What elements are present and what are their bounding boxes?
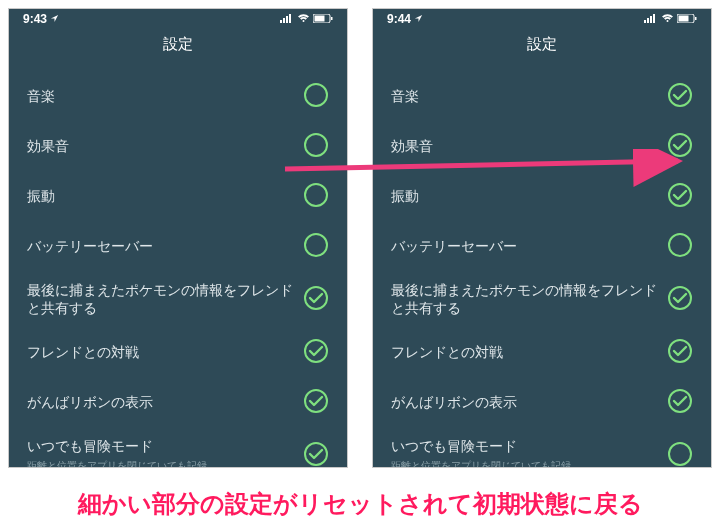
- toggle-checked-icon[interactable]: [667, 285, 693, 315]
- svg-point-24: [669, 184, 691, 206]
- settings-row[interactable]: 音楽: [391, 72, 693, 122]
- svg-point-26: [669, 287, 691, 309]
- toggle-checked-icon[interactable]: [303, 388, 329, 418]
- setting-label: 音楽: [27, 88, 293, 106]
- svg-rect-18: [653, 14, 655, 23]
- toggle-checked-icon[interactable]: [667, 388, 693, 418]
- status-time: 9:43: [23, 12, 47, 26]
- toggle-checked-icon[interactable]: [303, 441, 329, 468]
- svg-point-22: [669, 84, 691, 106]
- svg-rect-16: [647, 18, 649, 23]
- settings-row[interactable]: いつでも冒険モード距離と位置をアプリを閉じていても記録: [391, 428, 693, 468]
- setting-label: バッテリーセーバー: [27, 238, 293, 256]
- status-bar: 9:44: [373, 9, 711, 27]
- svg-point-10: [305, 234, 327, 256]
- svg-point-12: [305, 340, 327, 362]
- svg-rect-6: [331, 17, 333, 20]
- svg-point-23: [669, 134, 691, 156]
- svg-point-8: [305, 134, 327, 156]
- svg-point-25: [669, 234, 691, 256]
- svg-point-27: [669, 340, 691, 362]
- settings-row[interactable]: バッテリーセーバー: [391, 222, 693, 272]
- settings-row[interactable]: 効果音: [27, 122, 329, 172]
- wifi-icon: [661, 12, 674, 26]
- phone-screenshot-before: 9:43 設定 音楽効果音振動バッテリーセーバー最後に捕まえたポケモンの情報をフ…: [8, 8, 348, 468]
- settings-row[interactable]: バッテリーセーバー: [27, 222, 329, 272]
- toggle-checked-icon[interactable]: [667, 132, 693, 162]
- setting-label: いつでも冒険モード: [27, 438, 293, 456]
- settings-row[interactable]: 音楽: [27, 72, 329, 122]
- signal-icon: [280, 12, 294, 26]
- location-icon: [50, 12, 59, 26]
- settings-row[interactable]: フレンドとの対戦: [27, 328, 329, 378]
- svg-rect-21: [695, 17, 697, 20]
- setting-sublabel: 距離と位置をアプリを閉じていても記録: [27, 459, 293, 468]
- svg-rect-3: [289, 14, 291, 23]
- settings-row[interactable]: がんばリボンの表示: [391, 378, 693, 428]
- setting-label: 最後に捕まえたポケモンの情報をフレンドと共有する: [27, 282, 293, 318]
- location-icon: [414, 12, 423, 26]
- svg-point-7: [305, 84, 327, 106]
- setting-label: がんばリボンの表示: [391, 394, 657, 412]
- setting-label: 最後に捕まえたポケモンの情報をフレンドと共有する: [391, 282, 657, 318]
- status-bar: 9:43: [9, 9, 347, 27]
- phone-screenshot-after: 9:44 設定 音楽効果音振動バッテリーセーバー最後に捕まえたポケモンの情報をフ…: [372, 8, 712, 468]
- svg-point-9: [305, 184, 327, 206]
- settings-row[interactable]: 効果音: [391, 122, 693, 172]
- toggle-checked-icon[interactable]: [667, 182, 693, 212]
- svg-rect-15: [644, 20, 646, 23]
- toggle-checked-icon[interactable]: [667, 82, 693, 112]
- toggle-unchecked-icon[interactable]: [303, 232, 329, 262]
- settings-header: 設定: [9, 27, 347, 72]
- caption-text: 細かい部分の設定がリセットされて初期状態に戻る: [0, 488, 720, 520]
- settings-row[interactable]: 最後に捕まえたポケモンの情報をフレンドと共有する: [27, 272, 329, 328]
- setting-label: 音楽: [391, 88, 657, 106]
- setting-label: がんばリボンの表示: [27, 394, 293, 412]
- battery-icon: [313, 12, 333, 26]
- toggle-checked-icon[interactable]: [667, 338, 693, 368]
- setting-label: 振動: [391, 188, 657, 206]
- toggle-unchecked-icon[interactable]: [667, 441, 693, 468]
- settings-row[interactable]: 振動: [391, 172, 693, 222]
- setting-label: いつでも冒険モード: [391, 438, 657, 456]
- svg-rect-20: [679, 16, 689, 22]
- svg-rect-1: [283, 18, 285, 23]
- settings-row[interactable]: 最後に捕まえたポケモンの情報をフレンドと共有する: [391, 272, 693, 328]
- settings-header: 設定: [373, 27, 711, 72]
- svg-rect-0: [280, 20, 282, 23]
- settings-list: 音楽効果音振動バッテリーセーバー最後に捕まえたポケモンの情報をフレンドと共有する…: [9, 72, 347, 468]
- setting-label: バッテリーセーバー: [391, 238, 657, 256]
- settings-row[interactable]: 振動: [27, 172, 329, 222]
- toggle-unchecked-icon[interactable]: [303, 82, 329, 112]
- wifi-icon: [297, 12, 310, 26]
- status-time: 9:44: [387, 12, 411, 26]
- svg-point-14: [305, 443, 327, 465]
- settings-list: 音楽効果音振動バッテリーセーバー最後に捕まえたポケモンの情報をフレンドと共有する…: [373, 72, 711, 468]
- toggle-unchecked-icon[interactable]: [303, 182, 329, 212]
- svg-rect-17: [650, 16, 652, 23]
- toggle-checked-icon[interactable]: [303, 338, 329, 368]
- toggle-unchecked-icon[interactable]: [303, 132, 329, 162]
- settings-row[interactable]: がんばリボンの表示: [27, 378, 329, 428]
- svg-rect-2: [286, 16, 288, 23]
- svg-rect-5: [315, 16, 325, 22]
- toggle-checked-icon[interactable]: [303, 285, 329, 315]
- svg-point-28: [669, 390, 691, 412]
- toggle-unchecked-icon[interactable]: [667, 232, 693, 262]
- setting-label: フレンドとの対戦: [27, 344, 293, 362]
- svg-point-29: [669, 443, 691, 465]
- battery-icon: [677, 12, 697, 26]
- svg-point-11: [305, 287, 327, 309]
- setting-sublabel: 距離と位置をアプリを閉じていても記録: [391, 459, 657, 468]
- signal-icon: [644, 12, 658, 26]
- setting-label: 効果音: [391, 138, 657, 156]
- setting-label: 振動: [27, 188, 293, 206]
- settings-row[interactable]: フレンドとの対戦: [391, 328, 693, 378]
- settings-row[interactable]: いつでも冒険モード距離と位置をアプリを閉じていても記録: [27, 428, 329, 468]
- setting-label: 効果音: [27, 138, 293, 156]
- svg-point-13: [305, 390, 327, 412]
- setting-label: フレンドとの対戦: [391, 344, 657, 362]
